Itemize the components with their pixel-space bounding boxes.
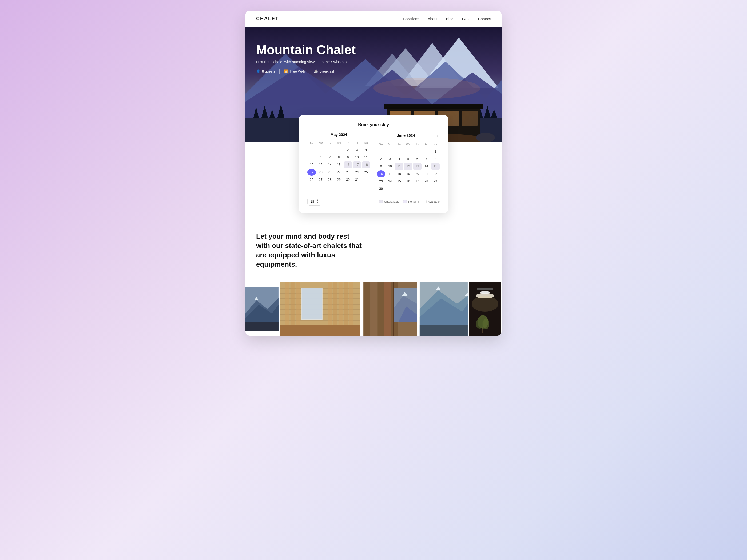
june-day-21[interactable]: 21 — [422, 170, 431, 177]
may-day-28[interactable]: 28 — [326, 176, 334, 183]
june-title: June 2024 — [377, 133, 435, 138]
may-day-13[interactable]: 13 — [316, 161, 325, 168]
nav-blog[interactable]: Blog — [446, 17, 454, 21]
legend-pending: Pending — [403, 200, 419, 204]
june-day-24[interactable]: 24 — [386, 178, 394, 185]
wifi-label: Free Wi-fi — [290, 69, 305, 73]
may-day-5[interactable]: 5 — [307, 154, 316, 161]
may-day-24[interactable]: 24 — [353, 169, 361, 176]
may-day-23[interactable]: 23 — [344, 169, 352, 176]
guests-badge: 👤 8 guests — [256, 69, 275, 73]
legend-unavailable: Unavailable — [379, 200, 400, 204]
may-day-21[interactable]: 21 — [326, 169, 334, 176]
june-day-5[interactable]: 5 — [404, 156, 412, 162]
may-day-4[interactable]: 4 — [362, 146, 370, 153]
booking-card-wrapper: Book your stay May 2024 Su Mo Tu We Th F… — [246, 115, 501, 218]
may-day-27[interactable]: 27 — [316, 176, 325, 183]
june-day-28[interactable]: 28 — [422, 178, 431, 185]
june-day-16[interactable]: 16 — [377, 170, 385, 177]
may-day-9[interactable]: 9 — [344, 154, 352, 161]
may-day-6[interactable]: 6 — [316, 154, 325, 161]
hero-title: Mountain Chalet — [256, 43, 356, 57]
june-days: 1 2 3 4 5 6 7 8 9 10 11 12 13 14 — [377, 148, 440, 192]
june-day-17[interactable]: 17 — [386, 170, 394, 177]
june-day-7[interactable]: 7 — [422, 156, 431, 162]
june-day-22[interactable]: 22 — [431, 170, 440, 177]
june-day-26[interactable]: 26 — [404, 178, 412, 185]
may-day-12[interactable]: 12 — [307, 161, 316, 168]
june-calendar: June 2024 › Su Mo Tu We Th Fr Sa — [377, 133, 440, 192]
j-wd-th: Th — [413, 141, 421, 147]
guests-label: 8 guests — [262, 69, 275, 73]
next-month-button[interactable]: › — [435, 133, 440, 138]
nav-contact[interactable]: Contact — [478, 17, 491, 21]
may-day-31[interactable]: 31 — [353, 176, 361, 183]
nav-locations[interactable]: Locations — [403, 17, 419, 21]
june-day-18[interactable]: 18 — [395, 170, 403, 177]
legend-available: Available — [423, 200, 440, 204]
june-day-8[interactable]: 8 — [431, 156, 440, 162]
june-day-12: 12 — [404, 163, 412, 170]
may-day-10[interactable]: 10 — [353, 154, 361, 161]
june-day-4[interactable]: 4 — [395, 156, 403, 162]
may-day-14[interactable]: 14 — [326, 161, 334, 168]
nav-faq[interactable]: FAQ — [462, 17, 469, 21]
may-day-30[interactable]: 30 — [344, 176, 352, 183]
booking-title: Book your stay — [307, 123, 440, 127]
june-day-14[interactable]: 14 — [422, 163, 431, 170]
svg-rect-67 — [420, 325, 468, 336]
hero-subtitle: Luxurious chalet with stunning views int… — [256, 60, 356, 64]
svg-point-73 — [480, 291, 490, 294]
june-day-13: 13 — [413, 163, 421, 170]
may-day-3[interactable]: 3 — [353, 146, 361, 153]
may-day-7[interactable]: 7 — [326, 154, 334, 161]
june-day-25[interactable]: 25 — [395, 178, 403, 185]
may-day-1[interactable]: 1 — [335, 146, 343, 153]
may-empty-0 — [307, 146, 316, 153]
svg-rect-55 — [370, 283, 377, 336]
june-day-10[interactable]: 10 — [386, 163, 394, 170]
june-day-27[interactable]: 27 — [413, 178, 421, 185]
june-day-2[interactable]: 2 — [377, 156, 385, 162]
pending-dot — [403, 200, 407, 204]
j-wd-sa: Sa — [431, 141, 440, 147]
june-day-3[interactable]: 3 — [386, 156, 394, 162]
may-empty-1 — [316, 146, 325, 153]
night-arrows[interactable]: ▲ ▼ — [316, 199, 318, 204]
may-day-29[interactable]: 29 — [335, 176, 343, 183]
may-day-11[interactable]: 11 — [362, 154, 370, 161]
may-day-20[interactable]: 20 — [316, 169, 325, 176]
may-day-8[interactable]: 8 — [335, 154, 343, 161]
may-day-22[interactable]: 22 — [335, 169, 343, 176]
svg-point-22 — [374, 78, 480, 99]
june-day-20[interactable]: 20 — [413, 170, 421, 177]
wd-th: Th — [344, 140, 352, 145]
may-day-25[interactable]: 25 — [362, 169, 370, 176]
night-selector[interactable]: 18 ▲ ▼ — [307, 197, 321, 206]
june-day-9[interactable]: 9 — [377, 163, 385, 170]
may-day-2[interactable]: 2 — [344, 146, 352, 153]
wd-we: We — [335, 140, 343, 145]
svg-rect-57 — [384, 283, 391, 336]
june-day-1[interactable]: 1 — [431, 148, 440, 155]
night-count: 18 — [310, 199, 314, 204]
gallery-img-1 — [246, 283, 279, 336]
nav-about[interactable]: About — [428, 17, 438, 21]
j-wd-we: We — [404, 141, 412, 147]
may-day-15[interactable]: 15 — [335, 161, 343, 168]
june-day-19[interactable]: 19 — [404, 170, 412, 177]
june-day-30[interactable]: 30 — [377, 185, 385, 192]
hero-badges: 👤 8 guests 📶 Free Wi-fi ☕ Breakfast — [256, 69, 356, 74]
may-day-26[interactable]: 26 — [307, 176, 316, 183]
may-day-18: 18 — [362, 161, 370, 168]
june-day-23[interactable]: 23 — [377, 178, 385, 185]
may-days: 1 2 3 4 5 6 7 8 9 10 11 12 13 14 — [307, 146, 370, 183]
arrow-down-icon[interactable]: ▼ — [316, 202, 318, 204]
svg-point-77 — [476, 319, 484, 328]
june-day-29[interactable]: 29 — [431, 178, 440, 185]
hero-content: Mountain Chalet Luxurious chalet with st… — [256, 43, 356, 74]
navbar: CHALET Locations About Blog FAQ Contact — [246, 11, 501, 27]
may-day-19[interactable]: 19 — [307, 169, 316, 176]
june-day-6[interactable]: 6 — [413, 156, 421, 162]
svg-rect-52 — [280, 325, 360, 336]
